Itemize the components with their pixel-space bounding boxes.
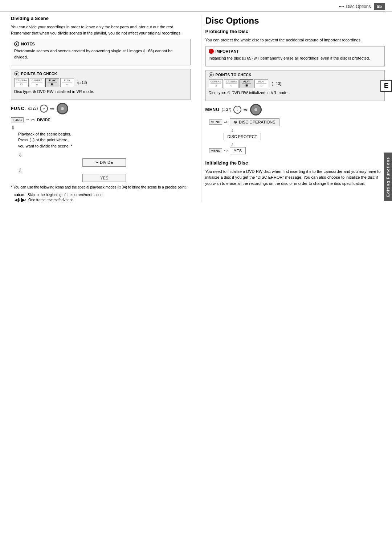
ptc-buttons-right: CAMERA □ CAMERA ○ PLAY ⊞ PLAY ○ — [209, 79, 382, 88]
func-arrow: ⇨ — [50, 106, 54, 112]
divide-label: DIVIDE — [37, 118, 50, 122]
header-dots: •••• — [339, 4, 344, 8]
frame-text: One frame reverse/advance. — [28, 198, 74, 202]
protecting-disc-heading: Protecting the Disc — [205, 29, 385, 35]
r-camera-btn-1: CAMERA □ — [209, 79, 223, 88]
scissors-icon: ✂ — [31, 117, 35, 122]
skip-icon: ⏮/⏭: — [15, 193, 25, 197]
divide-text: DIVIDE — [100, 160, 113, 165]
dividing-scene-body: You can divide your recordings in order … — [11, 24, 191, 36]
func-cmd-label: FUNC — [11, 117, 24, 122]
frame-icon: ◀‖/‖▶: — [15, 198, 26, 202]
menu-cmd-label-1: MENU — [209, 119, 222, 125]
important-header: ! IMPORTANT — [209, 49, 382, 54]
yes-box: YES — [82, 174, 126, 182]
footnote-star: * You can use the following icons and th… — [11, 185, 191, 190]
ptc-header-left: ⊕ POINTS TO CHECK — [14, 71, 187, 76]
left-column: Dividing a Scene You can divide your rec… — [11, 16, 194, 202]
side-tab: Editing Functions — [384, 153, 392, 201]
play-btn-1: PLAY ⊞ — [45, 78, 59, 87]
down-arrow-1: ⇩ — [11, 125, 191, 130]
playback-text: Playback of the scene begins. Press (□) … — [18, 131, 191, 149]
footnote-row-2: ◀‖/‖▶: One frame reverse/advance. — [15, 198, 191, 202]
info-icon: i — [14, 41, 19, 46]
ptc-label-right: POINTS TO CHECK — [216, 73, 252, 77]
menu-disc-ops-row: MENU ⇨ ⊕ DISC OPERATIONS — [209, 118, 279, 126]
play-btn-2: PLAY ○ — [60, 78, 74, 87]
func-nav-circle — [57, 103, 68, 114]
menu-ref: (□ 27) — [222, 108, 232, 112]
r-play-btn-1: PLAY ⊞ — [240, 79, 253, 88]
important-label: IMPORTANT — [216, 49, 239, 53]
down-arrow-3: ⇩ — [18, 167, 23, 173]
important-box: ! IMPORTANT Initializing the disc (□ 65)… — [205, 46, 385, 67]
func-arrow-sym: ⇨ — [26, 117, 29, 122]
down-arrow-2: ⇩ — [18, 152, 191, 158]
protecting-disc-body: You can protect the whole disc to preven… — [205, 37, 385, 43]
disc-ops-box: ⊕ DISC OPERATIONS — [230, 118, 279, 126]
menu-row: MENU (□ 27) ○ ⇨ — [205, 104, 385, 116]
content-area: Dividing a Scene You can divide your rec… — [0, 12, 392, 209]
page-container: •••• Disc Options 65 E Editing Functions… — [0, 0, 392, 555]
menu-down-1: ⇩ — [231, 129, 234, 133]
r-ptc-ref: (□ 13) — [271, 82, 281, 86]
important-text: Initializing the disc (□ 65) will perman… — [209, 55, 382, 61]
func-display: FUNC. (□ 27) ○ ⇨ — [11, 103, 191, 114]
ptc-icon-right: ⊕ — [209, 72, 214, 77]
camera-btn-1: CAMERA □ — [14, 78, 29, 87]
cmd-flow-divide: ✂ DIVIDE ⇩ YES — [11, 158, 191, 182]
ptc-ref-left: (□ 13) — [77, 81, 87, 85]
footnote-row-1: ⏮/⏭: Skip to the beginning of the curren… — [15, 193, 191, 197]
divide-box: ✂ DIVIDE — [82, 158, 126, 167]
page-number: 65 — [374, 3, 385, 10]
menu-display: MENU (□ 27) ○ ⇨ — [205, 104, 385, 116]
ptc-icon-left: ⊕ — [14, 71, 19, 76]
notes-box: i NOTES Photomovie scenes and scenes cre… — [11, 39, 191, 65]
menu-arrow-2: ⇨ — [224, 148, 228, 153]
yes-box-right: YES — [230, 147, 246, 154]
initializing-disc-body: You need to initialize a DVD-RW disc whe… — [205, 169, 385, 187]
e-tab: E — [380, 80, 392, 92]
menu-down-2: ⇩ — [231, 143, 234, 147]
notes-text: Photomovie scenes and scenes created by … — [14, 48, 187, 60]
ptc-box-right: ⊕ POINTS TO CHECK CAMERA □ CAMERA ○ PLAY… — [205, 70, 385, 101]
func-label: FUNC. — [11, 106, 26, 111]
ptc-header-right: ⊕ POINTS TO CHECK — [209, 72, 382, 77]
header-title: Disc Options — [346, 4, 371, 9]
r-play-btn-2: PLAY ○ — [254, 79, 268, 88]
skip-text: Skip to the beginning of the current/nex… — [28, 193, 103, 197]
divide-scissors: ✂ — [95, 160, 100, 165]
ptc-buttons-left: CAMERA □ CAMERA ○ PLAY ⊞ PLAY ○ — [14, 78, 187, 87]
func-divide-cmd: FUNC ⇨ ✂ DIVIDE — [11, 117, 191, 122]
footnote-icons: ⏮/⏭: Skip to the beginning of the curren… — [15, 193, 191, 202]
camera-btn-2: CAMERA ○ — [30, 78, 44, 87]
notes-header: i NOTES — [14, 41, 187, 46]
menu-cmd-label-2: MENU — [209, 148, 222, 153]
initializing-disc-heading: Initializing the Disc — [205, 160, 385, 166]
menu-circle-btn: ○ — [233, 106, 241, 114]
menu-label: MENU — [205, 107, 220, 112]
disc-ops-icon: ⊕ — [234, 120, 237, 125]
menu-flow: MENU ⇨ ⊕ DISC OPERATIONS ⇩ DISC PROTECT … — [205, 118, 385, 157]
r-ptc-disc-type: Disc type: ⊕ DVD-RW initialized in VR mo… — [209, 90, 382, 96]
important-icon: ! — [209, 49, 214, 54]
right-column: Disc Options Protecting the Disc You can… — [201, 16, 385, 202]
disc-ops-text: DISC OPERATIONS — [239, 120, 275, 124]
menu-yes-row: MENU ⇨ YES — [209, 147, 246, 154]
menu-nav-circle — [250, 104, 262, 116]
ptc-disc-type-left: Disc type: ⊕ DVD-RW initialized in VR mo… — [14, 89, 187, 95]
dividing-scene-heading: Dividing a Scene — [11, 16, 191, 22]
menu-arrow: ⇨ — [244, 107, 248, 113]
func-row: FUNC. (□ 27) ○ ⇨ — [11, 103, 191, 114]
disc-protect-row: DISC PROTECT — [224, 133, 261, 140]
disc-options-title: Disc Options — [205, 16, 385, 26]
disc-protect-box: DISC PROTECT — [224, 133, 261, 140]
ptc-label-left: POINTS TO CHECK — [21, 72, 57, 76]
func-circle-btn: ○ — [40, 105, 48, 113]
notes-label: NOTES — [21, 42, 35, 46]
r-camera-btn-2: CAMERA ○ — [224, 79, 238, 88]
ptc-box-left: ⊕ POINTS TO CHECK CAMERA □ CAMERA ○ PLAY… — [11, 69, 191, 100]
menu-arrow-1: ⇨ — [224, 120, 228, 125]
func-ref: (□ 27) — [28, 106, 38, 110]
top-header: •••• Disc Options 65 — [0, 0, 392, 12]
